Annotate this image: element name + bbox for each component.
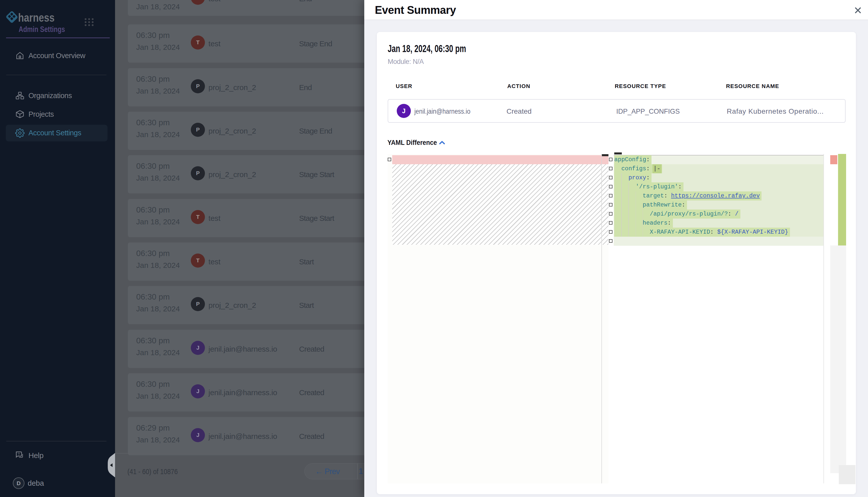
svg-text:?: ? [18,452,19,456]
